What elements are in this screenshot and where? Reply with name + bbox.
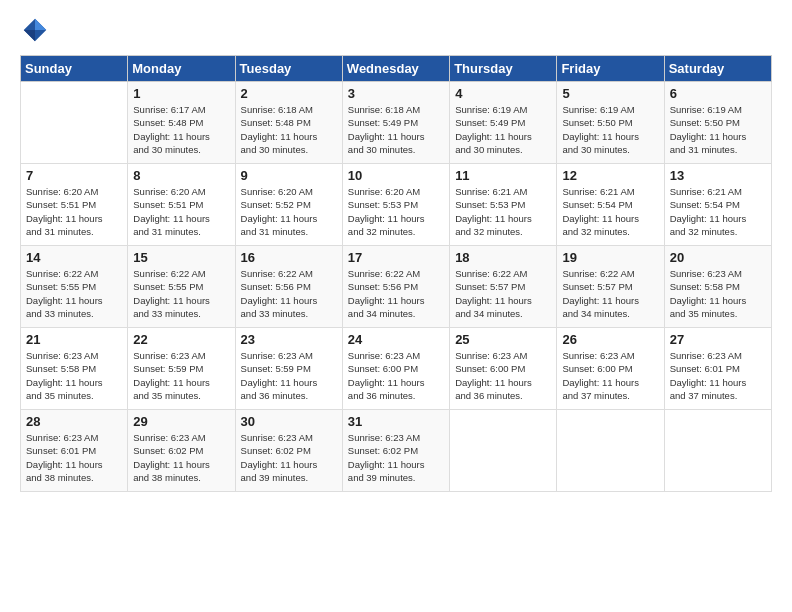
calendar-cell: 21Sunrise: 6:23 AM Sunset: 5:58 PM Dayli… (21, 328, 128, 410)
calendar-cell: 6Sunrise: 6:19 AM Sunset: 5:50 PM Daylig… (664, 82, 771, 164)
day-content: Sunrise: 6:21 AM Sunset: 5:53 PM Dayligh… (455, 185, 551, 238)
calendar-cell: 22Sunrise: 6:23 AM Sunset: 5:59 PM Dayli… (128, 328, 235, 410)
calendar-cell: 13Sunrise: 6:21 AM Sunset: 5:54 PM Dayli… (664, 164, 771, 246)
day-content: Sunrise: 6:23 AM Sunset: 6:02 PM Dayligh… (241, 431, 337, 484)
day-content: Sunrise: 6:23 AM Sunset: 6:00 PM Dayligh… (455, 349, 551, 402)
day-number: 3 (348, 86, 444, 101)
calendar-cell: 7Sunrise: 6:20 AM Sunset: 5:51 PM Daylig… (21, 164, 128, 246)
day-number: 28 (26, 414, 122, 429)
day-content: Sunrise: 6:20 AM Sunset: 5:52 PM Dayligh… (241, 185, 337, 238)
day-content: Sunrise: 6:18 AM Sunset: 5:49 PM Dayligh… (348, 103, 444, 156)
day-number: 7 (26, 168, 122, 183)
day-number: 23 (241, 332, 337, 347)
calendar-cell: 29Sunrise: 6:23 AM Sunset: 6:02 PM Dayli… (128, 410, 235, 492)
day-content: Sunrise: 6:23 AM Sunset: 6:02 PM Dayligh… (133, 431, 229, 484)
day-content: Sunrise: 6:22 AM Sunset: 5:55 PM Dayligh… (133, 267, 229, 320)
day-number: 9 (241, 168, 337, 183)
svg-marker-1 (35, 19, 46, 30)
calendar-cell: 2Sunrise: 6:18 AM Sunset: 5:48 PM Daylig… (235, 82, 342, 164)
day-content: Sunrise: 6:23 AM Sunset: 6:00 PM Dayligh… (562, 349, 658, 402)
calendar-cell: 18Sunrise: 6:22 AM Sunset: 5:57 PM Dayli… (450, 246, 557, 328)
calendar-cell: 24Sunrise: 6:23 AM Sunset: 6:00 PM Dayli… (342, 328, 449, 410)
day-content: Sunrise: 6:19 AM Sunset: 5:50 PM Dayligh… (562, 103, 658, 156)
day-content: Sunrise: 6:20 AM Sunset: 5:51 PM Dayligh… (133, 185, 229, 238)
calendar-cell: 10Sunrise: 6:20 AM Sunset: 5:53 PM Dayli… (342, 164, 449, 246)
day-content: Sunrise: 6:23 AM Sunset: 6:02 PM Dayligh… (348, 431, 444, 484)
calendar-cell: 28Sunrise: 6:23 AM Sunset: 6:01 PM Dayli… (21, 410, 128, 492)
header-cell-wednesday: Wednesday (342, 56, 449, 82)
header-cell-friday: Friday (557, 56, 664, 82)
day-content: Sunrise: 6:19 AM Sunset: 5:50 PM Dayligh… (670, 103, 766, 156)
day-number: 4 (455, 86, 551, 101)
day-content: Sunrise: 6:22 AM Sunset: 5:57 PM Dayligh… (455, 267, 551, 320)
header-cell-tuesday: Tuesday (235, 56, 342, 82)
calendar-cell: 5Sunrise: 6:19 AM Sunset: 5:50 PM Daylig… (557, 82, 664, 164)
day-number: 17 (348, 250, 444, 265)
calendar-cell: 4Sunrise: 6:19 AM Sunset: 5:49 PM Daylig… (450, 82, 557, 164)
day-content: Sunrise: 6:20 AM Sunset: 5:51 PM Dayligh… (26, 185, 122, 238)
calendar-cell: 14Sunrise: 6:22 AM Sunset: 5:55 PM Dayli… (21, 246, 128, 328)
calendar-cell: 16Sunrise: 6:22 AM Sunset: 5:56 PM Dayli… (235, 246, 342, 328)
calendar-cell: 20Sunrise: 6:23 AM Sunset: 5:58 PM Dayli… (664, 246, 771, 328)
calendar-body: 1Sunrise: 6:17 AM Sunset: 5:48 PM Daylig… (21, 82, 772, 492)
day-content: Sunrise: 6:20 AM Sunset: 5:53 PM Dayligh… (348, 185, 444, 238)
header (20, 15, 772, 45)
calendar-cell: 19Sunrise: 6:22 AM Sunset: 5:57 PM Dayli… (557, 246, 664, 328)
calendar-cell: 12Sunrise: 6:21 AM Sunset: 5:54 PM Dayli… (557, 164, 664, 246)
day-number: 21 (26, 332, 122, 347)
day-content: Sunrise: 6:17 AM Sunset: 5:48 PM Dayligh… (133, 103, 229, 156)
calendar-cell: 11Sunrise: 6:21 AM Sunset: 5:53 PM Dayli… (450, 164, 557, 246)
day-content: Sunrise: 6:23 AM Sunset: 5:58 PM Dayligh… (670, 267, 766, 320)
calendar-cell: 27Sunrise: 6:23 AM Sunset: 6:01 PM Dayli… (664, 328, 771, 410)
day-number: 19 (562, 250, 658, 265)
day-number: 8 (133, 168, 229, 183)
logo (20, 15, 54, 45)
logo-icon (20, 15, 50, 45)
calendar-cell (664, 410, 771, 492)
week-row-5: 28Sunrise: 6:23 AM Sunset: 6:01 PM Dayli… (21, 410, 772, 492)
day-number: 29 (133, 414, 229, 429)
calendar-cell: 25Sunrise: 6:23 AM Sunset: 6:00 PM Dayli… (450, 328, 557, 410)
day-number: 20 (670, 250, 766, 265)
week-row-1: 1Sunrise: 6:17 AM Sunset: 5:48 PM Daylig… (21, 82, 772, 164)
day-content: Sunrise: 6:22 AM Sunset: 5:56 PM Dayligh… (241, 267, 337, 320)
day-number: 12 (562, 168, 658, 183)
day-number: 13 (670, 168, 766, 183)
page: SundayMondayTuesdayWednesdayThursdayFrid… (0, 0, 792, 502)
day-content: Sunrise: 6:23 AM Sunset: 6:01 PM Dayligh… (26, 431, 122, 484)
calendar-cell: 8Sunrise: 6:20 AM Sunset: 5:51 PM Daylig… (128, 164, 235, 246)
calendar-cell: 3Sunrise: 6:18 AM Sunset: 5:49 PM Daylig… (342, 82, 449, 164)
calendar-cell (450, 410, 557, 492)
day-number: 10 (348, 168, 444, 183)
calendar-cell: 30Sunrise: 6:23 AM Sunset: 6:02 PM Dayli… (235, 410, 342, 492)
day-number: 6 (670, 86, 766, 101)
day-number: 5 (562, 86, 658, 101)
day-number: 27 (670, 332, 766, 347)
svg-marker-2 (24, 30, 35, 41)
day-number: 31 (348, 414, 444, 429)
day-content: Sunrise: 6:21 AM Sunset: 5:54 PM Dayligh… (562, 185, 658, 238)
calendar-cell (557, 410, 664, 492)
week-row-2: 7Sunrise: 6:20 AM Sunset: 5:51 PM Daylig… (21, 164, 772, 246)
header-cell-monday: Monday (128, 56, 235, 82)
calendar-cell: 23Sunrise: 6:23 AM Sunset: 5:59 PM Dayli… (235, 328, 342, 410)
calendar-cell: 17Sunrise: 6:22 AM Sunset: 5:56 PM Dayli… (342, 246, 449, 328)
day-content: Sunrise: 6:23 AM Sunset: 6:00 PM Dayligh… (348, 349, 444, 402)
header-cell-sunday: Sunday (21, 56, 128, 82)
day-content: Sunrise: 6:22 AM Sunset: 5:55 PM Dayligh… (26, 267, 122, 320)
day-content: Sunrise: 6:23 AM Sunset: 5:58 PM Dayligh… (26, 349, 122, 402)
day-number: 30 (241, 414, 337, 429)
calendar-cell: 1Sunrise: 6:17 AM Sunset: 5:48 PM Daylig… (128, 82, 235, 164)
day-content: Sunrise: 6:21 AM Sunset: 5:54 PM Dayligh… (670, 185, 766, 238)
day-number: 11 (455, 168, 551, 183)
day-number: 1 (133, 86, 229, 101)
calendar-header: SundayMondayTuesdayWednesdayThursdayFrid… (21, 56, 772, 82)
week-row-3: 14Sunrise: 6:22 AM Sunset: 5:55 PM Dayli… (21, 246, 772, 328)
header-row: SundayMondayTuesdayWednesdayThursdayFrid… (21, 56, 772, 82)
day-number: 18 (455, 250, 551, 265)
calendar-cell: 15Sunrise: 6:22 AM Sunset: 5:55 PM Dayli… (128, 246, 235, 328)
calendar-cell: 31Sunrise: 6:23 AM Sunset: 6:02 PM Dayli… (342, 410, 449, 492)
header-cell-thursday: Thursday (450, 56, 557, 82)
day-number: 2 (241, 86, 337, 101)
day-number: 26 (562, 332, 658, 347)
